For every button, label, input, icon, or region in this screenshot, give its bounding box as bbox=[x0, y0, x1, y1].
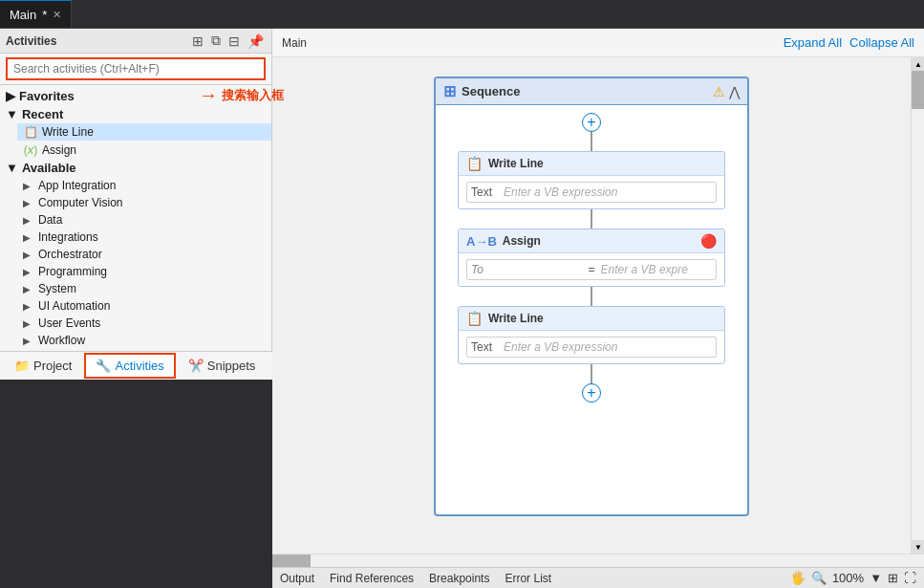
add-activity-top-button[interactable]: + bbox=[582, 113, 601, 132]
breadcrumb: Main bbox=[282, 36, 307, 50]
expand-all-button[interactable]: Expand All bbox=[784, 35, 842, 50]
available-item-orchestrator[interactable]: ▶ Orchestrator bbox=[17, 246, 271, 263]
favorites-label: Favorites bbox=[19, 89, 75, 103]
tab-main[interactable]: Main * ✕ bbox=[0, 0, 72, 28]
collapse-all-button[interactable]: Collapse All bbox=[849, 35, 914, 50]
connector-3 bbox=[591, 287, 592, 306]
pin-icon[interactable]: 📌 bbox=[246, 32, 266, 51]
tab-activities[interactable]: 🔧 Activities bbox=[84, 353, 175, 379]
panel-title: Activities bbox=[6, 34, 56, 48]
bottom-tabs: 📁 Project 🔧 Activities ✂️ Snippets bbox=[0, 351, 272, 380]
write-line-2-field: Text Enter a VB expression bbox=[466, 337, 717, 358]
hand-icon[interactable]: 🖐 bbox=[790, 571, 806, 585]
available-item-workflow[interactable]: ▶ Workflow bbox=[17, 332, 271, 349]
scroll-up-button[interactable]: ▲ bbox=[912, 57, 924, 71]
available-item-system[interactable]: ▶ System bbox=[17, 280, 271, 297]
fit-icon[interactable]: ⊞ bbox=[888, 571, 898, 585]
tab-project-label: Project bbox=[33, 359, 72, 373]
tab-activities-label: Activities bbox=[115, 359, 163, 373]
right-panel: Main Expand All Collapse All ⊞ Sequence bbox=[272, 29, 924, 588]
annotation-arrow-icon: ← bbox=[199, 84, 218, 106]
app-integration-label: App Integration bbox=[38, 179, 116, 192]
copy-icon[interactable]: ⧉ bbox=[209, 31, 223, 51]
panel-icons: ⊞ ⧉ ⊟ 📌 bbox=[190, 31, 266, 51]
right-canvas-wrapper: ⊞ Sequence ⚠ ⋀ + bbox=[272, 57, 924, 554]
programming-chevron: ▶ bbox=[23, 267, 34, 277]
write-line-1-field-value[interactable]: Enter a VB expression bbox=[504, 185, 712, 199]
new-sequence-icon[interactable]: ⊞ bbox=[190, 32, 205, 51]
assign-icon: (x) bbox=[23, 142, 38, 157]
canvas-inner: ⊞ Sequence ⚠ ⋀ + bbox=[272, 57, 911, 535]
toolbar-actions: Expand All Collapse All bbox=[784, 35, 914, 50]
assign-body: To = Enter a VB expre bbox=[459, 253, 724, 286]
output-tab[interactable]: Output bbox=[280, 572, 314, 585]
scroll-track-v bbox=[912, 71, 924, 540]
available-item-app-integration[interactable]: ▶ App Integration bbox=[17, 177, 271, 194]
fullscreen-icon[interactable]: ⛶ bbox=[904, 571, 916, 585]
available-item-user-events[interactable]: ▶ User Events bbox=[17, 315, 271, 332]
filter-icon[interactable]: ⊟ bbox=[226, 32, 242, 51]
breakpoints-tab[interactable]: Breakpoints bbox=[429, 572, 489, 585]
recent-item-assign[interactable]: (x) Assign bbox=[17, 141, 271, 159]
search-input[interactable] bbox=[6, 57, 266, 80]
recent-items: 📋 Write Line (x) Assign bbox=[0, 123, 271, 159]
sequence-icon: ⊞ bbox=[443, 82, 456, 100]
available-section[interactable]: ▼ Available bbox=[0, 159, 271, 177]
available-item-data[interactable]: ▶ Data bbox=[17, 211, 271, 229]
canvas-area[interactable]: ⊞ Sequence ⚠ ⋀ + bbox=[272, 57, 911, 554]
error-list-tab[interactable]: Error List bbox=[505, 572, 551, 585]
write-line-1-title: Write Line bbox=[488, 157, 717, 170]
sequence-header: ⊞ Sequence ⚠ ⋀ bbox=[436, 78, 747, 105]
write-line-2-field-value[interactable]: Enter a VB expression bbox=[504, 340, 712, 354]
write-line-1-field-label: Text bbox=[471, 185, 498, 199]
activities-panel: Activities ⊞ ⧉ ⊟ 📌 ▶ Favorites bbox=[0, 29, 272, 351]
available-item-programming[interactable]: ▶ Programming bbox=[17, 263, 271, 280]
write-line-1-header: 📋 Write Line bbox=[459, 152, 724, 176]
assign-field: To = Enter a VB expre bbox=[466, 259, 717, 280]
find-references-tab[interactable]: Find References bbox=[330, 572, 414, 585]
tab-close-button[interactable]: ✕ bbox=[53, 9, 61, 21]
available-item-integrations[interactable]: ▶ Integrations bbox=[17, 229, 271, 246]
available-item-ui-automation[interactable]: ▶ UI Automation bbox=[17, 297, 271, 315]
favorites-chevron: ▶ bbox=[6, 89, 15, 103]
write-line-1-field: Text Enter a VB expression bbox=[466, 182, 717, 203]
search-zoom-icon[interactable]: 🔍 bbox=[811, 571, 827, 585]
sequence-body: + 📋 Write Line Text bbox=[436, 105, 747, 410]
left-panel-wrapper: Activities ⊞ ⧉ ⊟ 📌 ▶ Favorites bbox=[0, 29, 272, 588]
chinese-annotation: ← 搜索输入框 bbox=[199, 84, 284, 106]
sequence-warning-icon: ⚠ bbox=[713, 84, 725, 99]
zoom-dropdown-icon[interactable]: ▼ bbox=[870, 571, 882, 585]
available-item-computer-vision[interactable]: ▶ Computer Vision bbox=[17, 194, 271, 211]
assign-value[interactable]: Enter a VB expre bbox=[601, 263, 713, 276]
tab-snippets-label: Snippets bbox=[207, 359, 256, 373]
scroll-down-button[interactable]: ▼ bbox=[912, 540, 924, 554]
activity-write-line-2[interactable]: 📋 Write Line Text Enter a VB expression bbox=[458, 306, 725, 364]
assign-label: Assign bbox=[42, 143, 76, 157]
activity-write-line-1[interactable]: 📋 Write Line Text Enter a VB expression bbox=[458, 151, 725, 209]
zoom-level: 100% bbox=[832, 571, 864, 585]
tab-bar: Main * ✕ bbox=[0, 0, 924, 29]
ui-automation-chevron: ▶ bbox=[23, 301, 34, 312]
scroll-thumb-v[interactable] bbox=[912, 71, 924, 109]
tab-main-label: Main bbox=[10, 8, 36, 22]
recent-item-writeline[interactable]: 📋 Write Line bbox=[17, 123, 271, 141]
programming-label: Programming bbox=[38, 265, 107, 278]
user-events-chevron: ▶ bbox=[23, 318, 34, 329]
add-activity-bottom-button[interactable]: + bbox=[582, 383, 601, 403]
orchestrator-label: Orchestrator bbox=[38, 248, 102, 261]
write-line-1-icon: 📋 bbox=[466, 156, 483, 171]
activity-assign[interactable]: A→B Assign 🔴 To = Enter a VB expre bbox=[458, 229, 725, 287]
scroll-thumb-h[interactable] bbox=[272, 555, 311, 567]
available-chevron: ▼ bbox=[6, 161, 18, 175]
assign-to-label[interactable]: To bbox=[471, 263, 583, 276]
write-line-2-body: Text Enter a VB expression bbox=[459, 331, 724, 363]
horizontal-scrollbar[interactable] bbox=[272, 554, 924, 567]
tab-project[interactable]: 📁 Project bbox=[4, 354, 82, 378]
sequence-collapse-icon[interactable]: ⋀ bbox=[729, 84, 740, 99]
seq-actions: ⚠ ⋀ bbox=[713, 84, 740, 99]
recent-section[interactable]: ▼ Recent bbox=[0, 105, 271, 123]
tab-snippets[interactable]: ✂️ Snippets bbox=[178, 354, 267, 378]
connector-4 bbox=[591, 364, 592, 383]
panel-header: Activities ⊞ ⧉ ⊟ 📌 bbox=[0, 29, 271, 54]
vertical-scrollbar[interactable]: ▲ ▼ bbox=[911, 57, 924, 554]
